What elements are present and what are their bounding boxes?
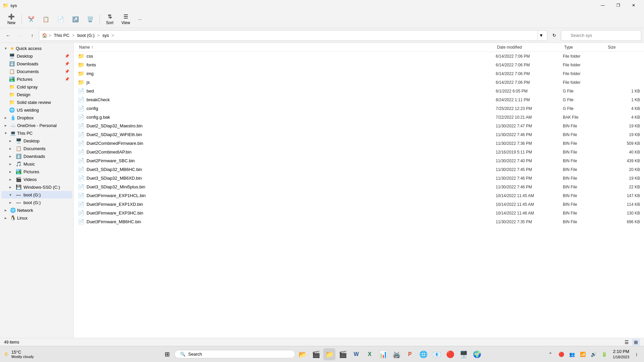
quick-access-section[interactable]: ▼ ★ Quick access — [1, 45, 72, 52]
sidebar-item-downloads-pc[interactable]: ► ⬇️ Downloads — [1, 153, 72, 160]
sidebar-item-windows-ssd[interactable]: ► 💾 Windows-SSD (C:) — [1, 183, 72, 191]
col-name[interactable]: Name ↑ — [78, 44, 496, 50]
battery-icon[interactable]: 🔋 — [599, 350, 609, 359]
sidebar-item-coldspray[interactable]: 📁 Cold spray — [1, 83, 72, 90]
word-button[interactable]: W — [350, 348, 362, 360]
disk-icon: — — [15, 192, 21, 197]
paste-button[interactable]: 📄 — [54, 12, 67, 27]
table-row[interactable]: 📁 css 6/14/2022 7:06 PM File folder — [74, 52, 644, 61]
this-pc-section[interactable]: ▼ 💻 This PC — [1, 129, 72, 137]
table-row[interactable]: 📄 Duet3_SDiap32_MB6HC.bin 11/30/2022 7:4… — [74, 165, 644, 174]
table-row[interactable]: 📄 Duet2_SDiap32_WiFiEth.bin 11/30/2022 7… — [74, 130, 644, 139]
table-row[interactable]: 📄 Duet3Firmware_EXP1XD.bin 10/14/2022 11… — [74, 200, 644, 209]
up-button[interactable]: ↑ — [27, 30, 38, 41]
table-row[interactable]: 📄 Duet2CombinedFirmware.bin 11/30/2022 7… — [74, 139, 644, 148]
onenote-button[interactable]: 📊 — [377, 348, 389, 360]
volume-icon[interactable]: 🔊 — [589, 350, 598, 359]
col-date[interactable]: Date modified — [496, 44, 563, 50]
view-button[interactable]: ☰ View — [118, 12, 133, 27]
table-row[interactable]: 📄 Duet2CombinedIAP.bin 12/16/2019 5:11 P… — [74, 148, 644, 157]
wifi-icon[interactable]: 📶 — [578, 350, 587, 359]
table-row[interactable]: 📄 Duet2Firmware_SBC.bin 11/30/2022 7:40 … — [74, 157, 644, 165]
more-button[interactable]: ··· — [135, 12, 145, 27]
col-type[interactable]: Type — [563, 44, 606, 50]
start-button[interactable]: ⊞ — [161, 348, 173, 360]
show-desktop-button[interactable]: | — [633, 348, 640, 360]
table-row[interactable]: 📁 img 6/14/2022 7:06 PM File folder — [74, 69, 644, 78]
sidebar-item-boot-g-active[interactable]: ▼ — boot (G:) — [1, 191, 72, 198]
powerpoint-button[interactable]: P — [404, 348, 416, 360]
table-row[interactable]: 📄 Duet3Firmware_EXP1HCL.bin 10/14/2022 1… — [74, 191, 644, 200]
more-label: ··· — [138, 17, 142, 22]
folder-icon: 📁 — [78, 53, 85, 59]
sidebar-item-downloads-quick[interactable]: ⬇️ Downloads 📌 — [1, 60, 72, 67]
back-button[interactable]: ← — [3, 30, 13, 41]
network-section[interactable]: ► 🌐 Network — [1, 206, 72, 214]
printer-icon: 🖨️ — [392, 350, 401, 358]
minimize-button[interactable]: — — [595, 0, 610, 11]
sidebar-item-pictures-pc[interactable]: ► 🏞️ Pictures — [1, 168, 72, 175]
sidebar-item-music-pc[interactable]: ► 🎵 Music — [1, 160, 72, 168]
display-button[interactable]: 🖥️ — [458, 348, 470, 360]
sidebar-item-documents-pc[interactable]: ► 📋 Documents — [1, 145, 72, 152]
task-view-button[interactable]: 📂 — [297, 348, 309, 360]
onedrive-section[interactable]: ► ☁️ OneDrive - Personal — [1, 122, 72, 129]
copy-button[interactable]: 📋 — [39, 12, 53, 27]
ie-button[interactable]: 🌍 — [471, 348, 483, 360]
clock[interactable]: 2:10 PM 1/18/2023 — [610, 349, 632, 360]
taskbar-search-box[interactable]: 🔍 Search — [174, 350, 295, 358]
refresh-button[interactable]: ↻ — [549, 30, 559, 41]
restore-button[interactable]: ❐ — [610, 0, 626, 11]
breadcrumb-thispc[interactable]: This PC — [53, 32, 71, 39]
sidebar-item-design[interactable]: 📁 Design — [1, 91, 72, 98]
tray-icon-2[interactable]: 👥 — [567, 350, 577, 359]
table-row[interactable]: 📄 Duet2_SDiap32_Maestro.bin 11/30/2022 7… — [74, 122, 644, 130]
table-row[interactable]: 📄 config.g.bak 7/22/2022 10:21 AM BAK Fi… — [74, 113, 644, 122]
dropbox-section[interactable]: ► 💧 Dropbox — [1, 114, 72, 121]
table-row[interactable]: 📄 bed 6/1/2022 6:05 PM G File 1 KB — [74, 87, 644, 96]
table-row[interactable]: 📄 Duet3Firmware_EXP3HC.bin 10/14/2022 11… — [74, 209, 644, 218]
sidebar-item-desktop-pc[interactable]: ► 🖥️ Desktop — [1, 137, 72, 144]
weather-widget[interactable]: 🌤️ 15°C Mostly cloudy — [4, 350, 34, 359]
breadcrumb-boot[interactable]: boot (G:) — [76, 32, 96, 39]
col-size[interactable]: Size — [606, 44, 640, 50]
sidebar-item-pictures-quick[interactable]: 🏞️ Pictures 📌 — [1, 75, 72, 83]
widgets-button[interactable]: 🎬 — [310, 348, 322, 360]
details-view-button[interactable]: ☰ — [623, 339, 631, 346]
table-row[interactable]: 📁 js 6/14/2022 7:06 PM File folder — [74, 78, 644, 87]
acrobat-button[interactable]: 🔴 — [444, 348, 456, 360]
table-row[interactable]: 📄 breakCheck 8/24/2022 1:11 PM G File 1 … — [74, 96, 644, 104]
table-row[interactable]: 📄 Duet3Firmware_MB6HC.bin 11/30/2022 7:3… — [74, 218, 644, 226]
breadcrumb-sys[interactable]: sys — [101, 32, 110, 39]
table-row[interactable]: 📄 Duet3_SDiap32_Mini5plus.bin 11/30/2022… — [74, 183, 644, 191]
sidebar-item-documents-quick[interactable]: 📋 Documents 📌 — [1, 68, 72, 75]
edge-button[interactable]: 📧 — [431, 348, 443, 360]
cut-button[interactable]: ✂️ — [24, 12, 38, 27]
sidebar-item-uswelding[interactable]: 🌐 US welding — [1, 106, 72, 114]
sidebar-item-videos-pc[interactable]: ► 🎬 Videos — [1, 176, 72, 183]
delete-button[interactable]: 🗑️ — [84, 12, 97, 27]
breadcrumb-dropdown[interactable]: ▼ — [538, 30, 544, 41]
linux-section[interactable]: ► 🐧 Linux — [1, 214, 72, 222]
tray-icon-1[interactable]: 🔴 — [556, 350, 566, 359]
list-view-button[interactable]: ⊞ — [632, 339, 640, 346]
table-row[interactable]: 📄 config 7/25/2022 12:23 PM G File 4 KB — [74, 104, 644, 113]
forward-button[interactable]: → — [15, 30, 25, 41]
share-button[interactable]: ↗️ — [69, 12, 82, 27]
excel-button[interactable]: X — [364, 348, 376, 360]
tray-arrow[interactable]: ⌃ — [546, 350, 555, 359]
search-input[interactable] — [561, 30, 641, 41]
sidebar-item-solidstate[interactable]: 📁 Solid state review — [1, 99, 72, 106]
sort-button[interactable]: ⇅ Sort — [103, 12, 117, 27]
table-row[interactable]: 📄 Duet3_SDiap32_MB6XD.bin 11/30/2022 7:4… — [74, 174, 644, 183]
close-button[interactable]: ✕ — [626, 0, 641, 11]
sidebar-item-desktop-quick[interactable]: 🖥️ Desktop 📌 — [1, 52, 72, 60]
file-explorer-taskbar[interactable]: 📁 — [323, 348, 335, 360]
sidebar-item-boot-g[interactable]: ► — boot (G:) — [1, 199, 72, 206]
file-name: 📁 js — [78, 79, 496, 85]
new-button[interactable]: ➕ New — [4, 12, 19, 27]
printer-button[interactable]: 🖨️ — [390, 348, 402, 360]
teams-button[interactable]: 🎬 — [337, 348, 349, 360]
chrome-button[interactable]: 🌐 — [417, 348, 429, 360]
table-row[interactable]: 📁 fonts 6/14/2022 7:06 PM File folder — [74, 61, 644, 69]
